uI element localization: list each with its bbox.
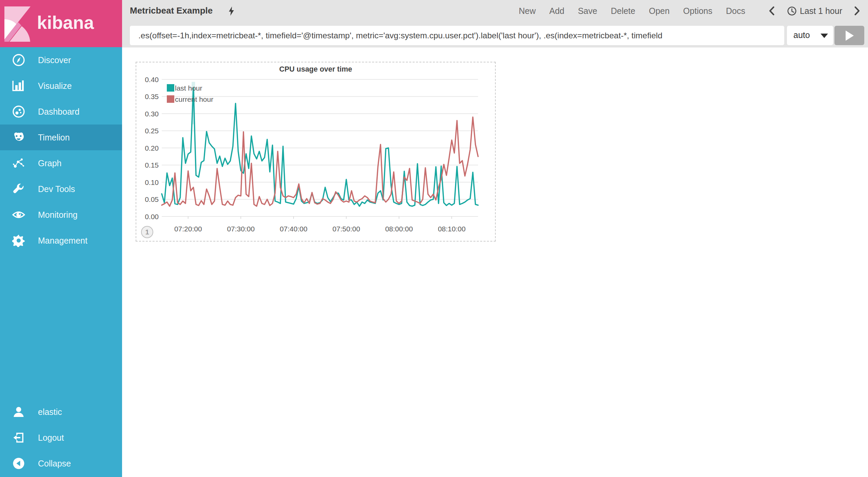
sidebar-item-label: Graph bbox=[38, 158, 61, 168]
wrench-icon bbox=[12, 183, 25, 195]
user-icon bbox=[12, 405, 25, 418]
y-axis-label: 0.40 bbox=[145, 76, 159, 83]
sidebar-item-label: Collapse bbox=[38, 459, 71, 469]
sidebar-item-label: Discover bbox=[38, 55, 71, 65]
page-title: Metricbeat Example bbox=[130, 5, 213, 16]
toolbar-menu: NewAddSaveDeleteOpenOptionsDocs bbox=[519, 0, 745, 22]
sidebar-item-dev-tools[interactable]: Dev Tools bbox=[0, 176, 122, 202]
x-axis-label: 07:50:00 bbox=[332, 225, 360, 233]
sidebar-item-collapse[interactable]: Collapse bbox=[0, 451, 122, 476]
sidebar-item-label: Dev Tools bbox=[38, 184, 75, 194]
y-axis-label: 0.05 bbox=[145, 195, 159, 203]
sidebar-item-timelion[interactable]: Timelion bbox=[0, 125, 122, 150]
caret-down-icon bbox=[821, 34, 828, 38]
y-axis-label: 0.15 bbox=[145, 161, 159, 169]
series-line-current-hour bbox=[162, 117, 478, 206]
kibana-logo-icon bbox=[4, 6, 31, 42]
dashboard-icon bbox=[12, 105, 25, 118]
play-button[interactable] bbox=[834, 26, 864, 45]
chevron-right-icon[interactable] bbox=[854, 6, 860, 15]
sidebar-item-logout[interactable]: Logout bbox=[0, 425, 122, 451]
sidebar-item-graph[interactable]: Graph bbox=[0, 150, 122, 176]
y-axis-label: 0.20 bbox=[145, 144, 159, 152]
timelion-icon bbox=[12, 131, 25, 144]
x-axis-label: 07:20:00 bbox=[174, 225, 202, 233]
sidebar-nav: DiscoverVisualizeDashboardTimelionGraphD… bbox=[0, 47, 122, 253]
kibana-app: kibana DiscoverVisualizeDashboardTimelio… bbox=[0, 0, 868, 477]
sidebar-item-label: elastic bbox=[38, 407, 62, 417]
eye-icon bbox=[12, 208, 25, 221]
sidebar-item-label: Management bbox=[38, 236, 87, 246]
x-axis-label: 08:00:00 bbox=[385, 225, 413, 233]
sidebar-item-label: Monitoring bbox=[38, 210, 78, 220]
sidebar-item-monitoring[interactable]: Monitoring bbox=[0, 202, 122, 228]
sidebar-item-label: Visualize bbox=[38, 81, 72, 91]
lightning-icon bbox=[228, 6, 235, 16]
sidebar-item-management[interactable]: Management bbox=[0, 228, 122, 253]
gear-icon bbox=[12, 234, 25, 247]
compass-icon bbox=[12, 54, 25, 66]
chart-title: CPU usage over time bbox=[279, 65, 352, 73]
toolbar-menu-docs[interactable]: Docs bbox=[726, 6, 745, 16]
legend-label: current hour bbox=[175, 95, 213, 103]
toolbar-menu-delete[interactable]: Delete bbox=[611, 6, 635, 16]
collapse-icon bbox=[12, 457, 25, 470]
interval-select[interactable]: auto bbox=[787, 26, 833, 45]
chevron-left-icon[interactable] bbox=[769, 6, 774, 15]
toolbar-menu-add[interactable]: Add bbox=[549, 6, 564, 16]
interval-value: auto bbox=[793, 30, 810, 40]
timelion-expression-input[interactable] bbox=[130, 26, 784, 45]
toolbar-menu-options[interactable]: Options bbox=[683, 6, 712, 16]
sidebar-item-label: Dashboard bbox=[38, 107, 79, 117]
toolbar-menu-save[interactable]: Save bbox=[578, 6, 597, 16]
graph-icon bbox=[12, 157, 25, 170]
sidebar-item-visualize[interactable]: Visualize bbox=[0, 73, 122, 99]
kibana-wordmark: kibana bbox=[37, 12, 94, 33]
sidebar-bottom: elasticLogoutCollapse bbox=[0, 399, 122, 476]
series-line-last-hour bbox=[162, 88, 478, 206]
legend-swatch bbox=[167, 84, 174, 92]
toolbar-menu-open[interactable]: Open bbox=[649, 6, 670, 16]
toolbar-menu-new[interactable]: New bbox=[519, 6, 536, 16]
kibana-logo: kibana bbox=[0, 0, 122, 47]
timepicker: Last 1 hour bbox=[769, 0, 860, 22]
toolbar: Metricbeat Example NewAddSaveDeleteOpenO… bbox=[122, 0, 868, 22]
x-axis-label: 07:30:00 bbox=[227, 225, 255, 233]
panel-page-badge: 1 bbox=[141, 226, 153, 238]
timelion-chart-panel[interactable]: CPU usage over time0.000.050.100.150.200… bbox=[136, 62, 496, 242]
y-axis-label: 0.25 bbox=[145, 127, 159, 135]
sidebar-item-dashboard[interactable]: Dashboard bbox=[0, 99, 122, 125]
y-axis-label: 0.30 bbox=[145, 110, 159, 118]
sidebar: kibana DiscoverVisualizeDashboardTimelio… bbox=[0, 0, 122, 477]
topbar: Metricbeat Example NewAddSaveDeleteOpenO… bbox=[122, 0, 868, 47]
play-icon bbox=[846, 31, 854, 41]
timepicker-label[interactable]: Last 1 hour bbox=[800, 6, 842, 16]
y-axis-label: 0.35 bbox=[145, 93, 159, 100]
sidebar-item-label: Logout bbox=[38, 433, 64, 443]
bar-chart-icon bbox=[12, 79, 25, 92]
clock-icon bbox=[787, 6, 796, 16]
cpu-chart-svg: CPU usage over time0.000.050.100.150.200… bbox=[136, 62, 495, 241]
logout-icon bbox=[12, 431, 25, 444]
sidebar-item-elastic[interactable]: elastic bbox=[0, 399, 122, 425]
x-axis-label: 07:40:00 bbox=[280, 225, 308, 233]
y-axis-label: 0.10 bbox=[145, 178, 159, 186]
legend-swatch bbox=[167, 95, 174, 103]
y-axis-label: 0.00 bbox=[145, 213, 159, 221]
sidebar-item-discover[interactable]: Discover bbox=[0, 47, 122, 73]
legend-label: last hour bbox=[175, 84, 202, 92]
sidebar-item-label: Timelion bbox=[38, 133, 70, 142]
x-axis-label: 08:10:00 bbox=[438, 225, 466, 233]
